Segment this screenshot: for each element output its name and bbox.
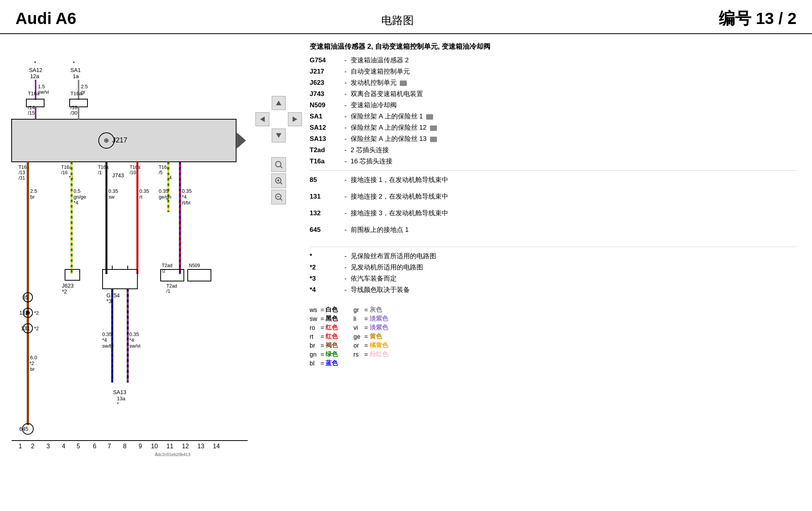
- svg-text:/5: /5: [159, 170, 163, 175]
- svg-text:rt: rt: [139, 194, 142, 200]
- svg-text:/13: /13: [19, 170, 25, 175]
- color-item: ws = 白色: [310, 306, 338, 314]
- svg-marker-124: [260, 117, 265, 122]
- svg-point-127: [276, 161, 281, 167]
- circuit-diagram: * SA12 12a * SA1 1a 1.5 sw/vi 2.5 gr T16…: [8, 57, 255, 506]
- svg-text:/15: /15: [28, 110, 35, 116]
- color-item: or = 橘黄色: [353, 341, 388, 350]
- svg-line-128: [280, 166, 282, 168]
- legend-code: J217: [310, 68, 341, 75]
- svg-text:*2: *2: [34, 326, 39, 331]
- legend-title: 变速箱油温传感器 2, 自动变速箱控制单元, 变速箱油冷却阀: [310, 42, 797, 51]
- legend-code: SA12: [310, 124, 341, 132]
- legend-item: SA13-保险丝架 A 上的保险丝 13: [310, 134, 797, 143]
- svg-text:⊕: ⊕: [104, 137, 109, 144]
- svg-rect-75: [188, 269, 211, 281]
- svg-text:*2: *2: [29, 360, 34, 366]
- color-item: gr = 灰色: [353, 306, 388, 314]
- svg-text:T16a: T16a: [28, 91, 39, 96]
- svg-text:sw/vi: sw/vi: [129, 343, 140, 349]
- svg-text:Ädc2c01eb20b413: Ädc2c01eb20b413: [155, 452, 190, 457]
- legend-code: T2ad: [310, 146, 341, 154]
- svg-text:T2ad: T2ad: [162, 263, 172, 268]
- svg-line-134: [280, 199, 282, 201]
- svg-text:4: 4: [62, 443, 65, 449]
- svg-text:/16: /16: [70, 105, 77, 110]
- svg-text:1a: 1a: [73, 73, 79, 79]
- legend-items: G754-变速箱油温传感器 2J217-自动变速箱控制单元J623-发动机控制单…: [310, 56, 797, 166]
- color-item: br = 褐色: [310, 341, 338, 350]
- svg-text:/16: /16: [61, 170, 68, 175]
- svg-text:*4: *4: [102, 337, 107, 343]
- legend-code: SA1: [310, 113, 341, 120]
- svg-text:sw: sw: [108, 194, 115, 200]
- svg-text:N509: N509: [189, 263, 200, 268]
- svg-text:T16a: T16a: [61, 165, 72, 170]
- svg-point-101: [26, 311, 30, 315]
- legend-item: SA12-保险丝架 A 上的保险丝 12: [310, 123, 797, 132]
- svg-text:0.35: 0.35: [139, 188, 149, 194]
- legend-area: 变速箱油温传感器 2, 自动变速箱控制单元, 变速箱油冷却阀 G754-变速箱油…: [302, 34, 812, 511]
- ground-item: 85-接地连接 1，在发动机舱导线束中: [310, 175, 797, 184]
- legend-item: G754-变速箱油温传感器 2: [310, 56, 797, 65]
- svg-text:*4: *4: [182, 194, 187, 200]
- svg-text:*4: *4: [129, 337, 134, 343]
- svg-marker-24: [237, 133, 246, 148]
- svg-text:/1: /1: [98, 170, 102, 175]
- svg-text:*4: *4: [74, 200, 78, 206]
- note-item: *3-依汽车装备而定: [310, 274, 797, 283]
- svg-text:6: 6: [93, 443, 96, 449]
- svg-text:*2: *2: [34, 310, 39, 316]
- svg-text:13: 13: [197, 443, 204, 449]
- svg-text:0.5: 0.5: [74, 188, 81, 194]
- svg-text:14: 14: [213, 443, 220, 449]
- color-item: rs = 粉红色: [353, 350, 388, 358]
- nav-up-button[interactable]: [272, 96, 286, 110]
- svg-text:/10: /10: [130, 170, 136, 175]
- svg-text:1: 1: [19, 443, 22, 449]
- note-item: *2-见发动机所适用的电路图: [310, 263, 797, 272]
- svg-text:7: 7: [108, 443, 111, 449]
- ground-item: 131-接地连接 2，在发动机舱导线束中: [310, 192, 797, 201]
- legend-code: J743: [310, 90, 341, 98]
- zoom-out-button[interactable]: [271, 190, 286, 204]
- ground-item: 645-前围板上的接地点 1: [310, 225, 797, 234]
- svg-text:/14: /14: [28, 105, 35, 110]
- svg-text:645: 645: [19, 426, 29, 432]
- svg-text:2.5: 2.5: [30, 188, 37, 194]
- svg-text:J623: J623: [62, 283, 74, 289]
- zoom-fit-button[interactable]: [271, 157, 286, 172]
- notes-items: *-见保险丝布置所适用的电路图*2-见发动机所适用的电路图*3-依汽车装备而定*…: [310, 252, 797, 294]
- color-item: ro = 红色: [310, 324, 338, 332]
- ground-items: 85-接地连接 1，在发动机舱导线束中131-接地连接 2，在发动机舱导线束中1…: [310, 175, 797, 242]
- zoom-in-button[interactable]: [271, 173, 286, 188]
- svg-text:5: 5: [77, 443, 80, 449]
- svg-line-130: [280, 182, 282, 184]
- nav-down-button[interactable]: [272, 129, 286, 142]
- legend-code: SA13: [310, 135, 341, 143]
- svg-text:sw/vi: sw/vi: [38, 89, 49, 95]
- svg-marker-125: [293, 117, 297, 122]
- svg-text:br: br: [30, 194, 35, 200]
- ground-item: 132-接地连接 3，在发动机舱导线束中: [310, 209, 797, 218]
- svg-text:85: 85: [22, 294, 29, 300]
- svg-text:T16a: T16a: [130, 165, 140, 170]
- nav-left-button[interactable]: [255, 112, 269, 126]
- svg-text:1.5: 1.5: [38, 84, 45, 89]
- nav-right-button[interactable]: [288, 112, 302, 126]
- svg-text:ge/gn: ge/gn: [159, 194, 171, 200]
- svg-text:J217: J217: [112, 136, 127, 144]
- svg-text:0.35: 0.35: [108, 188, 118, 194]
- legend-item: J217-自动变速箱控制单元: [310, 67, 797, 76]
- svg-text:10: 10: [151, 443, 158, 449]
- svg-text:0.35: 0.35: [129, 331, 139, 337]
- legend-code: J623: [310, 79, 341, 87]
- svg-rect-67: [103, 269, 137, 289]
- legend-item: SA1-保险丝架 A 上的保险丝 1: [310, 112, 797, 121]
- svg-text:*3: *3: [106, 298, 111, 304]
- page-header: Audi A6 电路图 编号 13 / 2: [0, 0, 812, 34]
- svg-text:2.5: 2.5: [81, 84, 88, 89]
- svg-text:9: 9: [139, 443, 142, 449]
- svg-text:0.35: 0.35: [182, 188, 192, 194]
- svg-text:/2: /2: [162, 269, 165, 273]
